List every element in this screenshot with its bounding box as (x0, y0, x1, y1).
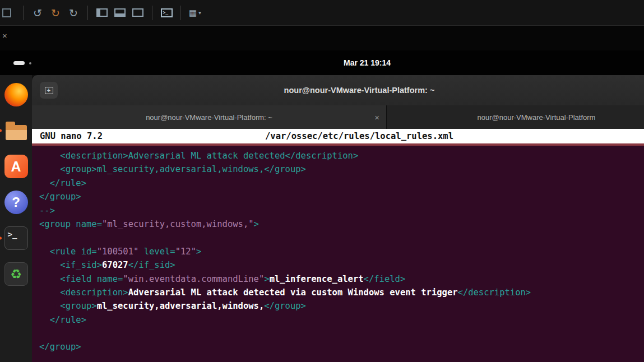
fullscreen-icon[interactable] (131, 5, 145, 21)
editor-line: <group name="ml_security,custom,windows,… (39, 217, 644, 231)
editor-line: <group>ml_security,adversarial,windows,<… (39, 299, 644, 313)
code-segment: ml_inference_alert (270, 274, 364, 284)
code-segment: </group> (39, 192, 81, 202)
editor-line: <if_sid>67027</if_sid> (39, 258, 644, 272)
code-segment: </rule> (39, 178, 86, 188)
code-segment: <description>Adversarial ML attack detec… (39, 151, 358, 161)
terminal-tabbar: nour@nour-VMware-Virtual-Platform: ~×nou… (32, 105, 644, 129)
nano-filename: /var/ossec/etc/rules/local_rules.xml (32, 129, 644, 143)
vm-tab-strip: × (0, 26, 644, 50)
toolbar-separator (180, 6, 181, 20)
take-snapshot-icon[interactable]: ↻ (48, 5, 63, 21)
dock-item-trash[interactable]: ♻ (3, 261, 29, 287)
code-segment: > (264, 274, 269, 284)
code-segment: "100501" (97, 247, 139, 257)
code-segment: <group name= (39, 219, 102, 229)
code-segment: </rule> (39, 315, 86, 325)
code-segment: > (196, 247, 201, 257)
vm-screen-partial-icon[interactable] (2, 5, 16, 21)
code-segment: > (254, 219, 259, 229)
code-segment: Adversarial ML attack detected via custo… (128, 287, 458, 298)
grid-glyph: ▦ (189, 8, 197, 18)
editor-line: <description>Adversarial ML attack detec… (39, 149, 644, 163)
terminal-titlebar[interactable]: + nour@nour-VMware-Virtual-Platform: ~ (32, 75, 644, 105)
editor-line: <group>ml_security,adversarial,windows,<… (39, 163, 644, 176)
terminal-tab-2[interactable]: nour@nour-VMware-Virtual-Platform (387, 105, 644, 129)
code-segment: 67027 (102, 260, 128, 270)
nano-editor[interactable]: <description>Adversarial ML attack detec… (32, 146, 644, 362)
help-icon: ? (4, 191, 28, 214)
editor-line (39, 231, 644, 244)
code-segment: <if_sid> (39, 260, 102, 270)
files-icon (4, 118, 29, 143)
editor-line: </rule> (39, 313, 644, 327)
code-segment: <field name= (39, 274, 123, 284)
terminal-icon: >_ (4, 226, 28, 250)
vmware-toolbar: ↺↻↻>_▦▾ (0, 0, 644, 26)
toolbar-separator (23, 6, 24, 20)
fullscreen-icon-shape (132, 8, 143, 17)
clock[interactable]: Mar 21 19:14 (0, 50, 644, 75)
dock: A?>_♻ (0, 75, 32, 362)
code-segment: ml_security,adversarial,windows, (97, 301, 265, 311)
editor-line: </group> (39, 340, 644, 354)
code-segment: </group> (39, 342, 81, 352)
editor-line: --> (39, 204, 644, 217)
vm-screen: Mar 21 19:14 A?>_♻ + nour@nour-VMware-Vi… (0, 50, 644, 362)
close-icon[interactable]: × (2, 31, 7, 40)
editor-line: <rule id="100501" level="12"> (39, 245, 644, 258)
code-segment: level= (138, 247, 175, 257)
chevron-down-icon: ▾ (198, 10, 201, 16)
code-segment: "12" (175, 247, 196, 257)
editor-line: <description>Adversarial ML attack detec… (39, 286, 644, 299)
toolbar-separator (152, 6, 152, 20)
files-running-indicator (0, 129, 2, 132)
show-thumbnail-bar-icon[interactable] (113, 5, 127, 21)
dock-item-terminal[interactable]: >_ (3, 225, 29, 251)
folder-shape (6, 125, 27, 140)
console-view-icon[interactable]: >_ (159, 5, 174, 21)
editor-line: </rule> (39, 177, 644, 190)
code-segment: </field> (364, 274, 406, 284)
app-center-icon: A (4, 155, 28, 178)
tab-close-icon[interactable]: × (374, 113, 379, 122)
window-title: nour@nour-VMware-Virtual-Platform: ~ (32, 75, 644, 105)
show-library-pane-icon[interactable] (95, 5, 109, 21)
revert-snapshot-icon[interactable]: ↺ (30, 5, 45, 21)
show-thumbnail-bar-icon-shape (114, 8, 126, 17)
dock-item-firefox[interactable] (3, 82, 29, 108)
terminal-window: + nour@nour-VMware-Virtual-Platform: ~ n… (32, 75, 644, 362)
show-library-pane-icon-shape (96, 8, 108, 17)
code-segment: <rule id= (39, 247, 97, 257)
manage-snapshots-icon[interactable]: ↻ (66, 5, 81, 21)
code-segment: --> (39, 206, 55, 216)
tab-label: nour@nour-VMware-Virtual-Platform (478, 113, 596, 122)
ubuntu-topbar: Mar 21 19:14 (0, 50, 644, 75)
code-segment: <description> (39, 287, 128, 298)
code-segment: "win.eventdata.commandLine" (123, 274, 264, 284)
dock-item-files[interactable] (3, 118, 29, 143)
nano-header: GNU nano 7.2 /var/ossec/etc/rules/local_… (32, 129, 644, 143)
editor-line (39, 327, 644, 340)
terminal-tab-1[interactable]: nour@nour-VMware-Virtual-Platform: ~× (32, 105, 387, 129)
console-glyph: >_ (161, 8, 173, 17)
code-segment: <group>ml_security,adversarial,windows,<… (39, 164, 306, 174)
toolbar-separator (87, 6, 88, 20)
editor-line: <field name="win.eventdata.commandLine">… (39, 272, 644, 286)
code-segment: </group> (264, 301, 306, 311)
code-segment: <group> (39, 301, 97, 311)
editor-line: </group> (39, 190, 644, 203)
unity-mode-icon[interactable]: ▦▾ (188, 5, 202, 21)
code-segment: "ml_security,custom,windows," (102, 219, 254, 229)
dock-item-app-center[interactable]: A (3, 154, 29, 179)
tab-label: nour@nour-VMware-Virtual-Platform: ~ (146, 113, 272, 122)
dock-item-help[interactable]: ? (3, 189, 29, 215)
partial-window-icon (2, 8, 11, 17)
trash-icon: ♻ (4, 262, 28, 286)
code-segment: </if_sid> (128, 260, 175, 270)
code-segment: </description> (458, 287, 531, 298)
terminal-running-indicator (0, 237, 2, 240)
firefox-icon (4, 83, 28, 106)
